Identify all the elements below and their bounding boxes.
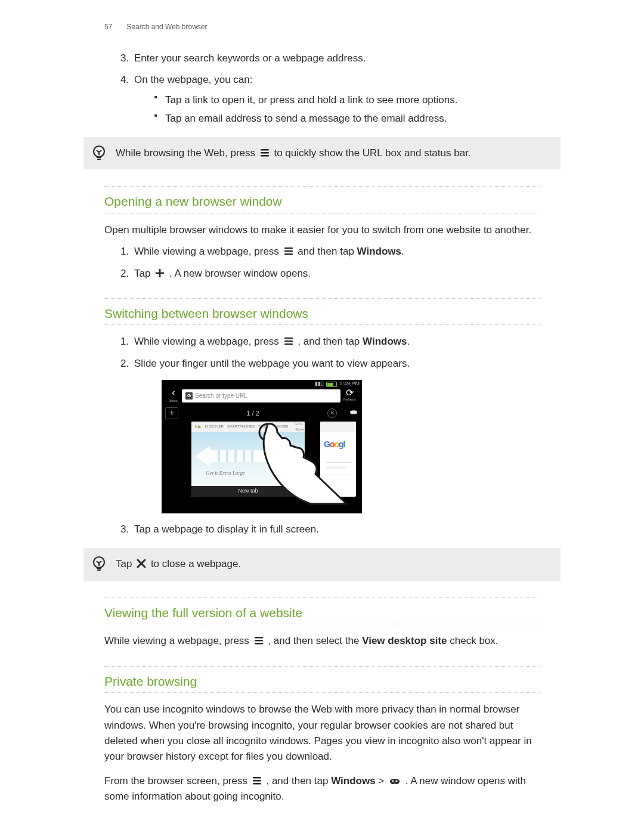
opening-steps: While viewing a webpage, press and then …: [104, 244, 540, 281]
tip-box: Tap to close a webpage.: [83, 548, 561, 580]
step-4-bullets: Tap a link to open it, or press and hold…: [134, 92, 540, 126]
section-heading: Viewing the full version of a website: [104, 603, 540, 623]
browser-topbar: ‹ Back G Search or type URL ⟳ Refresh: [162, 387, 362, 405]
step-3: Enter your search keywords or a webpage …: [132, 51, 540, 66]
splash-graphic: [267, 455, 281, 469]
incognito-icon[interactable]: [349, 408, 358, 419]
private-howto: From the browser screen, press , and the…: [104, 773, 540, 805]
tab-preview-area: htc DISCOVER SMARTPHONES TABLETS MORE HT…: [168, 422, 356, 509]
section-heading: Private browsing: [104, 672, 540, 692]
menu-icon: [252, 775, 262, 786]
content-block-intro: Enter your search keywords or a webpage …: [104, 51, 540, 126]
browser-screenshot: ▮▮▯ 5:49 PM ‹ Back G Search or type URL: [162, 380, 362, 513]
preview-hero: Get it Extra Large: [191, 432, 305, 486]
menu-icon: [253, 635, 264, 646]
section-fullversion: Viewing the full version of a website Wh…: [104, 597, 540, 805]
step-4: On the webpage, you can: Tap a link to o…: [132, 72, 540, 126]
divider: [104, 666, 540, 667]
page: 57 Search and Web browser Enter your sea…: [0, 0, 644, 833]
hero-tagline: Get it Extra Large: [206, 469, 245, 478]
plus-icon: [154, 268, 165, 278]
chevron-left-icon: ‹: [172, 386, 175, 398]
private-intro: You can use incognito windows to browse …: [104, 702, 540, 764]
section-heading: Switching between browser windows: [104, 304, 540, 324]
bullet: Tap an email address to send a message t…: [154, 111, 540, 126]
section-opening: Opening a new browser window Open multip…: [104, 186, 540, 537]
step-1: While viewing a webpage, press and then …: [132, 244, 540, 259]
google-logo: Googl: [324, 438, 356, 451]
divider: [104, 213, 540, 214]
step-2: Tap . A new browser window opens.: [132, 266, 540, 281]
running-header: 57 Search and Web browser: [104, 21, 644, 33]
intro-steps: Enter your search keywords or a webpage …: [104, 51, 540, 126]
switching-steps: While viewing a webpage, press , and the…: [104, 334, 540, 537]
tab-preview-side[interactable]: Googl: [320, 422, 356, 497]
running-header-title: Search and Web browser: [126, 23, 207, 31]
divider: [104, 324, 540, 326]
step-2: Slide your finger until the webpage you …: [132, 356, 540, 513]
close-tab-button[interactable]: ✕: [327, 408, 337, 418]
divider: [104, 597, 540, 599]
refresh-icon: ⟳: [340, 389, 358, 397]
url-placeholder: Search or type URL: [195, 391, 247, 401]
tab-bar: + 1 / 2 ✕: [162, 406, 362, 420]
favicon-icon: G: [185, 392, 193, 400]
refresh-button[interactable]: ⟳ Refresh: [340, 389, 358, 402]
lightbulb-icon: [91, 555, 107, 572]
section-heading: Opening a new browser window: [104, 192, 540, 212]
tip-box: While browsing the Web, press to quickly…: [83, 137, 561, 169]
page-number: 57: [104, 21, 125, 33]
preview-menu: htc DISCOVER SMARTPHONES TABLETS MORE HT…: [191, 422, 305, 432]
menu-icon: [283, 336, 294, 346]
menu-icon: [283, 246, 294, 256]
step-1: While viewing a webpage, press , and the…: [132, 334, 540, 349]
swipe-arrow-icon: [195, 445, 267, 467]
svg-marker-13: [195, 445, 267, 467]
close-icon: [136, 558, 147, 569]
url-bar[interactable]: G Search or type URL: [182, 389, 340, 402]
incognito-mask-icon: [388, 776, 401, 786]
divider: [104, 692, 540, 693]
step-3: Tap a webpage to display it in full scre…: [132, 522, 540, 537]
battery-icon: [326, 382, 337, 387]
divider: [104, 298, 540, 299]
lightbulb-icon: [91, 144, 107, 161]
new-tab-button[interactable]: +: [165, 407, 178, 419]
tab-preview-main[interactable]: htc DISCOVER SMARTPHONES TABLETS MORE HT…: [191, 422, 305, 497]
bullet: Tap a link to open it, or press and hold…: [154, 92, 540, 108]
section-body: While viewing a webpage, press , and the…: [104, 633, 540, 649]
menu-icon: [259, 147, 270, 158]
tab-counter: 1 / 2: [178, 408, 327, 419]
section-intro: Open multiple browser windows to make it…: [104, 222, 540, 238]
preview-footer: New tab: [191, 486, 305, 497]
divider: [104, 624, 540, 625]
divider: [104, 186, 540, 187]
back-button[interactable]: ‹ Back: [165, 388, 182, 404]
